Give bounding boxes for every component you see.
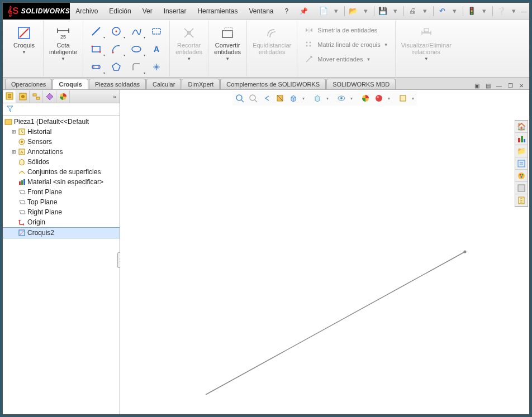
- tree-label: Sensors: [27, 138, 52, 146]
- svg-point-31: [21, 141, 23, 143]
- dropdown-icon[interactable]: ▾: [390, 6, 401, 17]
- tab-dimxpert[interactable]: DimXpert: [182, 79, 220, 89]
- tree-annotations[interactable]: ⊞ A Annotations: [3, 147, 120, 157]
- doc-restore-icon[interactable]: ❐: [506, 82, 515, 89]
- menu-ver[interactable]: Ver: [137, 3, 158, 20]
- minimize-icon[interactable]: —: [519, 7, 529, 16]
- home-icon[interactable]: 🏠: [515, 121, 528, 133]
- dimension-icon: 25: [54, 24, 72, 42]
- dimxpert-manager-tab-icon[interactable]: [43, 90, 56, 103]
- svg-text:25: 25: [60, 34, 66, 40]
- display-relations-button[interactable]: Visualizar/Eliminar relaciones ▼: [399, 23, 454, 63]
- expand-icon[interactable]: ⊞: [11, 149, 17, 155]
- tree-superficies[interactable]: Conjuntos de superficies: [3, 167, 120, 177]
- tree-label: Material <sin especificar>: [27, 178, 103, 186]
- sketch-button[interactable]: Croquis ▼: [8, 23, 40, 56]
- filter-icon[interactable]: [5, 104, 15, 113]
- perimeter-rect-icon[interactable]: [147, 23, 166, 40]
- tree-label: Front Plane: [27, 188, 62, 196]
- surfaces-icon: [17, 167, 26, 176]
- dropdown-icon[interactable]: ▾: [419, 6, 430, 17]
- tab-mbd[interactable]: SOLIDWORKS MBD: [326, 79, 396, 89]
- arc-tool-icon[interactable]: ▾: [107, 41, 126, 57]
- polygon-tool-icon[interactable]: [107, 59, 126, 75]
- move-entities-button[interactable]: Mover entidades ▼: [303, 53, 389, 65]
- tree-root[interactable]: Pieza1 (Default<<Default: [3, 117, 120, 127]
- linear-pattern-button[interactable]: Matriz lineal de croquis ▼: [303, 39, 389, 51]
- appearances-icon[interactable]: [515, 182, 528, 194]
- tab-piezas-soldadas[interactable]: Piezas soldadas: [89, 79, 146, 89]
- menu-edicion[interactable]: Edición: [103, 3, 136, 20]
- spline-tool-icon[interactable]: ▾: [127, 23, 146, 40]
- file-explorer-icon[interactable]: [515, 157, 528, 170]
- offset-entities-button[interactable]: Equidistanciar entidades: [250, 23, 293, 56]
- menu-insertar[interactable]: Insertar: [158, 3, 192, 20]
- rectangle-tool-icon[interactable]: ▾: [87, 41, 106, 57]
- tile-icon[interactable]: ▣: [472, 82, 481, 89]
- view-palette-icon[interactable]: [515, 170, 528, 182]
- convert-label: Convertir entidades: [214, 42, 241, 55]
- ellipse-tool-icon[interactable]: ▾: [127, 41, 146, 57]
- menu-ayuda[interactable]: ?: [279, 3, 294, 20]
- feature-tree-tab-icon[interactable]: [3, 90, 16, 103]
- tab-operaciones[interactable]: Operaciones: [5, 79, 52, 89]
- smart-dimension-button[interactable]: 25 Cota inteligente ▼: [47, 23, 79, 63]
- line-tool-icon[interactable]: ▾: [87, 23, 106, 40]
- property-manager-tab-icon[interactable]: [16, 90, 30, 103]
- trim-entities-button[interactable]: Recortar entidades ▼: [173, 23, 205, 63]
- convert-entities-button[interactable]: Convertir entidades ▼: [212, 23, 243, 63]
- help-icon[interactable]: ❔: [496, 6, 507, 17]
- dropdown-icon[interactable]: ▾: [508, 6, 519, 17]
- tile2-icon[interactable]: ▤: [483, 82, 492, 89]
- save-icon[interactable]: 💾: [377, 6, 388, 17]
- design-library-icon[interactable]: 📁: [515, 145, 528, 157]
- doc-close-icon[interactable]: ✕: [517, 82, 526, 89]
- svg-point-3: [116, 31, 117, 32]
- dropdown-icon[interactable]: ▾: [330, 6, 341, 17]
- dropdown-icon[interactable]: ▾: [360, 6, 371, 17]
- slot-tool-icon[interactable]: ▾: [87, 59, 106, 75]
- dropdown-icon[interactable]: ▾: [449, 6, 460, 17]
- open-icon[interactable]: 📂: [348, 6, 359, 17]
- sketch-line[interactable]: [120, 90, 528, 414]
- new-icon[interactable]: 📄: [318, 6, 329, 17]
- panel-expand-icon[interactable]: »: [110, 93, 120, 100]
- tree-top-plane[interactable]: Top Plane: [3, 197, 120, 207]
- menu-herramientas[interactable]: Herramientas: [192, 3, 243, 20]
- tab-calcular[interactable]: Calcular: [146, 79, 181, 89]
- print-icon[interactable]: 🖨: [407, 6, 418, 17]
- tree-front-plane[interactable]: Front Plane: [3, 187, 120, 197]
- mirror-entities-button[interactable]: Simetría de entidades: [303, 24, 389, 36]
- tab-croquis[interactable]: Croquis: [53, 79, 88, 89]
- menu-archivo[interactable]: Archivo: [70, 3, 103, 20]
- chevron-down-icon: ▼: [384, 42, 388, 47]
- resources-icon[interactable]: [515, 133, 528, 145]
- menu-pin-icon[interactable]: 📌: [294, 3, 314, 20]
- tree-material[interactable]: Material <sin especificar>: [3, 177, 120, 187]
- expand-icon[interactable]: ⊞: [11, 129, 17, 135]
- fillet-tool-icon[interactable]: ▾: [127, 59, 146, 75]
- graphics-viewport[interactable]: ▾ ▾ ▾ ▾ ▾: [120, 90, 529, 414]
- svg-rect-51: [521, 136, 523, 142]
- tree-historial[interactable]: ⊞ Historial: [3, 127, 120, 137]
- tree-right-plane[interactable]: Right Plane: [3, 207, 120, 217]
- tab-complementos[interactable]: Complementos de SOLIDWORKS: [220, 79, 326, 89]
- tree-solidos[interactable]: Sólidos: [3, 157, 120, 167]
- display-manager-tab-icon[interactable]: [56, 90, 70, 103]
- custom-props-icon[interactable]: [515, 194, 528, 207]
- ribbon: Croquis ▼ 25 Cota inteligente ▼ ▾ ▾ ▾ ▾ …: [3, 20, 529, 78]
- menu-ventana[interactable]: Ventana: [243, 3, 279, 20]
- circle-tool-icon[interactable]: ▾: [107, 23, 126, 40]
- tree-croquis2[interactable]: Croquis2: [3, 227, 120, 238]
- doc-minimize-icon[interactable]: —: [495, 82, 504, 89]
- text-tool-icon[interactable]: A: [147, 41, 166, 57]
- traffic-light-icon[interactable]: 🚦: [466, 6, 477, 17]
- configuration-manager-tab-icon[interactable]: [30, 90, 43, 103]
- tree-origin[interactable]: Origin: [3, 217, 120, 227]
- origin-icon: [17, 218, 26, 227]
- tree-sensors[interactable]: Sensors: [3, 137, 120, 147]
- undo-icon[interactable]: ↶: [436, 6, 448, 17]
- point-tool-icon[interactable]: [147, 59, 166, 75]
- dropdown-icon[interactable]: ▾: [478, 6, 490, 17]
- tree-label: Origin: [27, 218, 45, 226]
